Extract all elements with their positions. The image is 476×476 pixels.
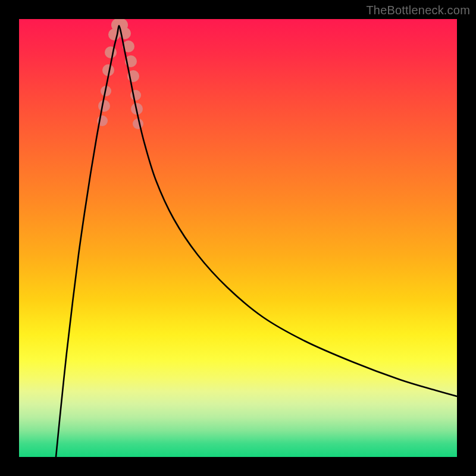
watermark-text: TheBottleneck.com bbox=[366, 4, 470, 17]
chart-svg bbox=[19, 19, 457, 457]
chart-frame: TheBottleneck.com bbox=[0, 0, 476, 476]
data-marker bbox=[105, 46, 117, 58]
bottleneck-curve bbox=[56, 26, 457, 457]
plot-area bbox=[19, 19, 457, 457]
data-marker bbox=[98, 100, 110, 112]
